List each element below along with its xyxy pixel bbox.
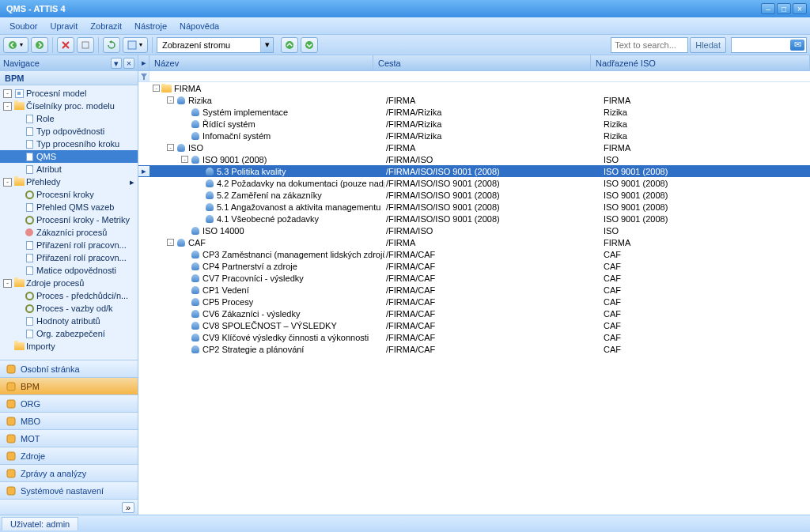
table-row[interactable]: -FIRMA xyxy=(138,82,810,94)
table-row[interactable]: Systém implementace/FIRMA/RizikaRizika xyxy=(138,106,810,118)
table-row[interactable]: -CAF/FIRMAFIRMA xyxy=(138,236,810,248)
expand-icon[interactable]: - xyxy=(153,85,160,92)
nav-down-button[interactable] xyxy=(301,37,318,53)
expand-icon[interactable]: - xyxy=(3,89,12,98)
nav-item[interactable]: -Procesní model xyxy=(0,87,138,100)
minimize-button[interactable]: – xyxy=(761,3,775,14)
table-row[interactable]: Infomační systém/FIRMA/RizikaRizika xyxy=(138,130,810,141)
search-input[interactable] xyxy=(611,37,688,53)
nav-close-button[interactable]: × xyxy=(123,58,134,69)
expand-icon[interactable]: - xyxy=(3,279,12,288)
col-nazev[interactable]: Název xyxy=(150,55,373,70)
nav-item[interactable]: Přiřazení rolí pracovn... xyxy=(0,239,138,251)
svg-rect-7 xyxy=(7,383,15,391)
statusbar: Uživatel: admin xyxy=(0,515,810,532)
refresh-button[interactable] xyxy=(103,37,120,53)
nav-collapse-button[interactable]: ▾ xyxy=(111,58,122,69)
nav-item[interactable]: Procesní kroky - Metriky xyxy=(0,213,138,226)
table-row[interactable]: CV6 Zákazníci - výsledky/FIRMA/CAFCAF xyxy=(138,308,810,319)
search-button[interactable]: Hledat xyxy=(690,37,726,53)
menu-soubor[interactable]: Soubor xyxy=(5,20,42,32)
nav-item[interactable]: -Přehledy▸ xyxy=(0,175,138,188)
row-indicator-header[interactable]: ▸ xyxy=(138,55,150,70)
table-row[interactable]: 5.2 Zaměření na zákazníky/FIRMA/ISO/ISO … xyxy=(138,189,810,201)
table-row[interactable]: CV7 Pracovníci - výsledky/FIRMA/CAFCAF xyxy=(138,272,810,284)
table-row[interactable]: ▸5.3 Politika kvality/FIRMA/ISO/ISO 9001… xyxy=(138,165,810,177)
menu-nastroje[interactable]: Nástroje xyxy=(130,20,172,32)
nav-tree[interactable]: -Procesní model-Číselníky proc. modeluRo… xyxy=(0,85,138,360)
table-row[interactable]: 4.2 Požadavky na dokumentaci (pouze nadp… xyxy=(138,177,810,189)
expand-icon[interactable]: - xyxy=(167,96,174,104)
expand-icon[interactable]: - xyxy=(3,178,12,187)
table-row[interactable]: 4.1 Všeobecné požadavky/FIRMA/ISO/ISO 90… xyxy=(138,213,810,224)
table-row[interactable]: CP2 Strategie a plánování/FIRMA/CAFCAF xyxy=(138,343,810,355)
grid[interactable]: -FIRMA-Rizika/FIRMAFIRMASystém implement… xyxy=(138,82,810,515)
page-icon xyxy=(24,138,35,149)
nav-item[interactable]: QMS xyxy=(0,150,138,163)
table-row[interactable]: -Rizika/FIRMAFIRMA xyxy=(138,94,810,106)
edit-button[interactable] xyxy=(77,37,94,53)
expand-icon[interactable]: - xyxy=(167,144,174,151)
nav-up-button[interactable] xyxy=(281,37,298,53)
nav-item[interactable]: Typ odpovědnosti xyxy=(0,125,138,138)
table-row[interactable]: 5.1 Angažovanost a aktivita managementu/… xyxy=(138,201,810,213)
table-row[interactable]: CP5 Procesy/FIRMA/CAFCAF xyxy=(138,296,810,308)
nav-item[interactable]: Typ procesního kroku xyxy=(0,138,138,150)
nav-item[interactable]: Proces - předchůdci/n... xyxy=(0,289,138,302)
nav-item[interactable]: Přehled QMS vazeb xyxy=(0,201,138,213)
row-path: /FIRMA/ISO/ISO 9001 (2008) xyxy=(384,214,602,224)
nav-section-button[interactable]: Zdroje xyxy=(0,447,138,464)
nav-section-button[interactable]: BPM xyxy=(0,377,138,394)
menu-upravit[interactable]: Upravit xyxy=(45,20,82,32)
view-combo[interactable]: Zobrazení stromu ▾ xyxy=(157,37,274,53)
nav-item[interactable]: Role xyxy=(0,112,138,125)
back-button[interactable]: ▼ xyxy=(3,37,28,53)
nav-item[interactable]: Procesní kroky xyxy=(0,188,138,201)
nav-item[interactable]: Org. zabezpečení xyxy=(0,327,138,340)
row-name: 4.1 Všeobecné požadavky xyxy=(217,214,319,224)
nav-footer: » xyxy=(0,499,138,515)
nav-section-button[interactable]: Systémové nastavení xyxy=(0,481,138,499)
table-row[interactable]: Řídící systém/FIRMA/RizikaRizika xyxy=(138,118,810,130)
table-row[interactable]: CV9 Klíčové výsledky činnosti a výkonnos… xyxy=(138,331,810,343)
db-icon xyxy=(190,226,200,236)
nav-item[interactable]: Zákazníci procesů xyxy=(0,226,138,239)
nav-item[interactable]: -Zdroje procesů xyxy=(0,277,138,289)
expand-icon[interactable]: - xyxy=(167,239,174,246)
view-button[interactable]: ▼ xyxy=(123,37,148,53)
delete-button[interactable] xyxy=(57,37,74,53)
nav-item[interactable]: Přiřazení rolí pracovn... xyxy=(0,251,138,264)
nav-item-label: Proces - předchůdci/n... xyxy=(36,291,128,300)
nav-item[interactable]: Importy xyxy=(0,340,138,353)
col-nadrazene[interactable]: Nadřazené ISO xyxy=(591,55,810,70)
maximize-button[interactable]: □ xyxy=(777,3,791,14)
mail-box[interactable]: ✉ xyxy=(731,37,807,53)
table-row[interactable]: CP3 Zaměstnanci (management lidských zdr… xyxy=(138,248,810,260)
nav-section-button[interactable]: Zprávy a analýzy xyxy=(0,464,138,481)
table-row[interactable]: ISO 14000/FIRMA/ISOISO xyxy=(138,224,810,236)
close-button[interactable]: × xyxy=(793,3,807,14)
filter-button[interactable] xyxy=(138,71,150,81)
expand-icon[interactable]: - xyxy=(181,156,188,163)
nav-item[interactable]: Hodnoty atributů xyxy=(0,315,138,327)
col-cesta[interactable]: Cesta xyxy=(373,55,591,70)
menu-napoveda[interactable]: Nápověda xyxy=(175,20,224,32)
nav-section-button[interactable]: MBO xyxy=(0,412,138,429)
nav-more-button[interactable]: » xyxy=(122,502,134,513)
forward-button[interactable] xyxy=(31,37,48,53)
nav-section-button[interactable]: MOT xyxy=(0,429,138,447)
nav-item[interactable]: -Číselníky proc. modelu xyxy=(0,100,138,112)
nav-item[interactable]: Proces - vazby od/k xyxy=(0,302,138,315)
nav-section-button[interactable]: Osobní stránka xyxy=(0,360,138,377)
table-row[interactable]: CP1 Vedení/FIRMA/CAFCAF xyxy=(138,284,810,296)
nav-item[interactable]: Matice odpovědnosti xyxy=(0,264,138,277)
expand-icon[interactable]: - xyxy=(3,102,12,111)
table-row[interactable]: CV8 SPOLEČNOST – VÝSLEDKY/FIRMA/CAFCAF xyxy=(138,319,810,331)
table-row[interactable]: CP4 Partnerství a zdroje/FIRMA/CAFCAF xyxy=(138,260,810,272)
nav-item[interactable]: Atribut xyxy=(0,163,138,175)
nav-section-button[interactable]: ORG xyxy=(0,394,138,412)
menu-zobrazit[interactable]: Zobrazit xyxy=(85,20,127,32)
table-row[interactable]: -ISO/FIRMAFIRMA xyxy=(138,141,810,153)
row-path: /FIRMA/ISO/ISO 9001 (2008) xyxy=(384,179,602,188)
table-row[interactable]: -ISO 9001 (2008)/FIRMA/ISOISO xyxy=(138,153,810,165)
